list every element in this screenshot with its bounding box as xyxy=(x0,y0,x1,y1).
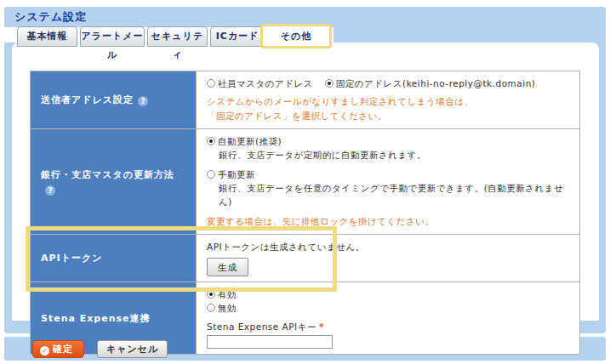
tab-ic-card[interactable]: ICカード xyxy=(210,26,265,47)
radio-label: 固定のアドレス(keihi-no-reply@tk.domain) xyxy=(336,78,536,88)
api-token-content-cell: APIトークンは生成されていません。 生成 xyxy=(197,235,580,282)
radio-label: 無効 xyxy=(218,303,237,313)
table-row: APIトークン APIトークンは生成されていません。 生成 xyxy=(31,235,580,282)
field-label-text: Stena Expense APIキー xyxy=(207,321,316,332)
cancel-button[interactable]: キャンセル xyxy=(97,340,168,358)
api-key-input[interactable] xyxy=(207,335,333,349)
radio-option[interactable]: 無効 xyxy=(207,301,569,315)
stena-expense-content-cell: 有効 無効 Stena Expense APIキー* xyxy=(197,282,580,355)
radio-label: 手動更新 xyxy=(218,169,255,179)
bank-master-label-cell: 銀行・支店マスタの更新方法? xyxy=(31,129,197,235)
help-icon[interactable]: ? xyxy=(45,185,55,196)
confirm-button[interactable]: ✓確定 xyxy=(32,340,84,358)
confirm-button-label: 確定 xyxy=(53,344,73,355)
radio-option[interactable]: 自動更新(推奨) xyxy=(207,134,569,148)
option-description: 銀行、支店データが定期的に自動更新されます。 xyxy=(207,148,569,162)
sender-address-label-cell: 送信者アドレス設定? xyxy=(31,71,197,129)
radio-employee-master[interactable] xyxy=(207,79,215,88)
generate-token-button[interactable]: 生成 xyxy=(207,258,248,276)
radio-option[interactable]: 社員マスタのアドレス xyxy=(207,78,313,88)
radio-label: 有効 xyxy=(218,289,237,299)
help-icon[interactable]: ? xyxy=(138,96,148,106)
bank-master-warning: 変更する場合は、先に排他ロックを掛けてください。 xyxy=(207,214,569,229)
api-token-status: APIトークンは生成されていません。 xyxy=(207,240,569,253)
table-row: 送信者アドレス設定? 社員マスタのアドレス 固定のアドレス(keihi-no-r… xyxy=(31,71,580,129)
required-asterisk: * xyxy=(319,321,324,332)
radio-option[interactable]: 有効 xyxy=(207,287,569,301)
bank-master-content-cell: 自動更新(推奨) 銀行、支店データが定期的に自動更新されます。 手動更新 銀行、… xyxy=(197,129,580,235)
settings-table: 送信者アドレス設定? 社員マスタのアドレス 固定のアドレス(keihi-no-r… xyxy=(30,71,580,355)
check-icon: ✓ xyxy=(40,346,49,355)
radio-option[interactable]: 固定のアドレス(keihi-no-reply@tk.domain) xyxy=(325,78,536,88)
sender-address-content-cell: 社員マスタのアドレス 固定のアドレス(keihi-no-reply@tk.dom… xyxy=(197,71,580,129)
radio-enabled[interactable] xyxy=(207,290,215,299)
tab-strip-background xyxy=(334,27,606,43)
stena-expense-label: Stena Expense連携 xyxy=(41,313,151,324)
radio-fixed-address[interactable] xyxy=(325,79,334,88)
radio-disabled[interactable] xyxy=(207,304,215,312)
api-token-label: APIトークン xyxy=(41,253,102,264)
tab-alert-mail[interactable]: アラートメール xyxy=(80,26,145,47)
sender-address-label: 送信者アドレス設定 xyxy=(41,94,134,105)
radio-label: 社員マスタのアドレス xyxy=(218,78,313,88)
option-description: 銀行、支店データを任意のタイミングで手動で更新できます。(自動更新されません) xyxy=(207,181,569,208)
api-key-field-label: Stena Expense APIキー* xyxy=(207,320,569,333)
radio-manual-update[interactable] xyxy=(207,170,215,179)
warning-line: 「固定のアドレス」を選択してください。 xyxy=(207,111,387,121)
tab-security[interactable]: セキュリティ xyxy=(147,26,208,47)
warning-line: システムからのメールがなりすまし判定されてしまう場合は、 xyxy=(207,96,473,106)
bank-master-label: 銀行・支店マスタの更新方法 xyxy=(41,169,174,180)
radio-label: 自動更新(推奨) xyxy=(218,136,282,146)
tab-basic-info[interactable]: 基本情報 xyxy=(17,26,77,47)
api-token-label-cell: APIトークン xyxy=(31,235,197,282)
radio-option[interactable]: 手動更新 xyxy=(207,168,569,181)
tab-others[interactable]: その他 xyxy=(260,24,332,48)
system-settings-page: システム設定 基本情報 アラートメール セキュリティ ICカード その他 送信者… xyxy=(0,0,610,364)
table-row: 銀行・支店マスタの更新方法? 自動更新(推奨) 銀行、支店データが定期的に自動更… xyxy=(31,129,580,235)
sender-address-warning: システムからのメールがなりすまし判定されてしまう場合は、 「固定のアドレス」を選… xyxy=(207,94,569,123)
radio-auto-update[interactable] xyxy=(207,137,215,145)
